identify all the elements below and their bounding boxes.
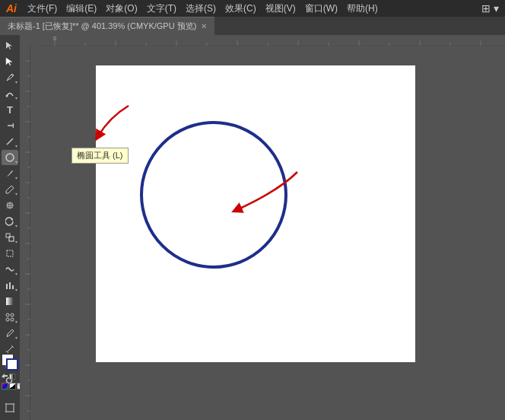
title-bar: Ai 文件(F) 编辑(E) 对象(O) 文字(T) 选择(S) 效果(C) 视… [0, 0, 505, 17]
svg-point-13 [6, 313, 9, 317]
default-colors-icon[interactable] [9, 374, 15, 380]
svg-line-26 [14, 412, 14, 412]
svg-rect-8 [7, 250, 13, 256]
svg-line-24 [14, 403, 14, 404]
fill-stroke-indicator[interactable] [2, 354, 18, 371]
warp-tool[interactable] [2, 262, 18, 277]
scale-tool[interactable] [2, 230, 18, 245]
svg-rect-12 [6, 298, 14, 305]
ruler-top: 0 [40, 35, 505, 46]
vertical-type-tool[interactable]: T [2, 118, 18, 133]
svg-point-14 [11, 313, 14, 317]
svg-line-25 [5, 412, 6, 412]
grid-icon[interactable]: ⊞ ▾ [481, 2, 499, 14]
ruler-left [20, 46, 30, 420]
gradient-mode-icon[interactable] [9, 383, 16, 390]
menu-view[interactable]: 视图(V) [261, 2, 300, 15]
tooltip-text: 椭圆工具 (L) [77, 151, 123, 160]
eraser-tool[interactable] [2, 198, 18, 213]
type-tool[interactable]: T [2, 102, 18, 117]
tab-close-button[interactable]: ✕ [201, 22, 207, 30]
menu-edit[interactable]: 编辑(E) [62, 2, 101, 15]
menu-window[interactable]: 窗口(W) [300, 2, 342, 15]
svg-point-15 [6, 318, 9, 321]
menu-bar: 文件(F) 编辑(E) 对象(O) 文字(T) 选择(S) 效果(C) 视图(V… [23, 2, 499, 15]
annotation-arrow-2 [225, 168, 301, 221]
paintbrush-tool[interactable] [2, 166, 18, 181]
svg-point-2 [6, 154, 14, 161]
stroke-color-box[interactable] [6, 358, 18, 371]
direct-selection-tool[interactable] [2, 54, 18, 69]
menu-select[interactable]: 选择(S) [181, 2, 221, 15]
tab-title: 未标题-1 [已恢复]** @ 401.39% (CMYK/GPU 预览) [8, 21, 196, 32]
toolbar: T T [0, 35, 20, 420]
eyedropper-tool[interactable] [2, 326, 18, 341]
svg-rect-10 [9, 282, 11, 289]
mesh-tool[interactable] [2, 310, 18, 325]
main-area: T T [0, 35, 505, 420]
svg-point-16 [11, 318, 14, 321]
pen-tool[interactable] [2, 70, 18, 85]
canvas-area[interactable]: 0 [20, 35, 505, 420]
menu-text[interactable]: 文字(T) [142, 2, 181, 15]
tooltip-ellipse-tool: 椭圆工具 (L) [71, 148, 129, 164]
bottom-tools [2, 400, 18, 417]
free-transform-tool[interactable] [2, 246, 18, 261]
pencil-tool[interactable] [2, 182, 18, 197]
svg-text:0: 0 [53, 36, 56, 41]
rotate-tool[interactable] [2, 214, 18, 229]
menu-file[interactable]: 文件(F) [23, 2, 62, 15]
tab-active[interactable]: 未标题-1 [已恢复]** @ 401.39% (CMYK/GPU 预览) ✕ [0, 17, 214, 35]
app-logo: Ai [6, 2, 17, 14]
svg-point-0 [6, 95, 8, 97]
annotation-arrow-1 [87, 102, 132, 148]
line-tool[interactable] [2, 134, 18, 149]
svg-rect-9 [6, 284, 8, 289]
svg-line-23 [5, 403, 6, 404]
swap-colors-icon[interactable] [2, 374, 8, 380]
menu-help[interactable]: 帮助(H) [342, 2, 383, 15]
rectangle-tool[interactable] [2, 150, 18, 165]
artboard-tool[interactable] [2, 400, 18, 415]
curvature-tool[interactable] [2, 86, 18, 101]
graph-tool[interactable] [2, 278, 18, 293]
svg-line-17 [7, 346, 13, 352]
gradient-tool[interactable] [2, 294, 18, 309]
selection-tool[interactable] [2, 38, 18, 53]
svg-rect-22 [6, 404, 14, 412]
svg-rect-11 [12, 285, 14, 289]
svg-line-1 [7, 138, 13, 145]
menu-effect[interactable]: 效果(C) [221, 2, 261, 15]
menu-object[interactable]: 对象(O) [101, 2, 141, 15]
tab-bar: 未标题-1 [已恢复]** @ 401.39% (CMYK/GPU 预览) ✕ [0, 17, 505, 35]
color-mode-icon[interactable] [2, 383, 8, 390]
